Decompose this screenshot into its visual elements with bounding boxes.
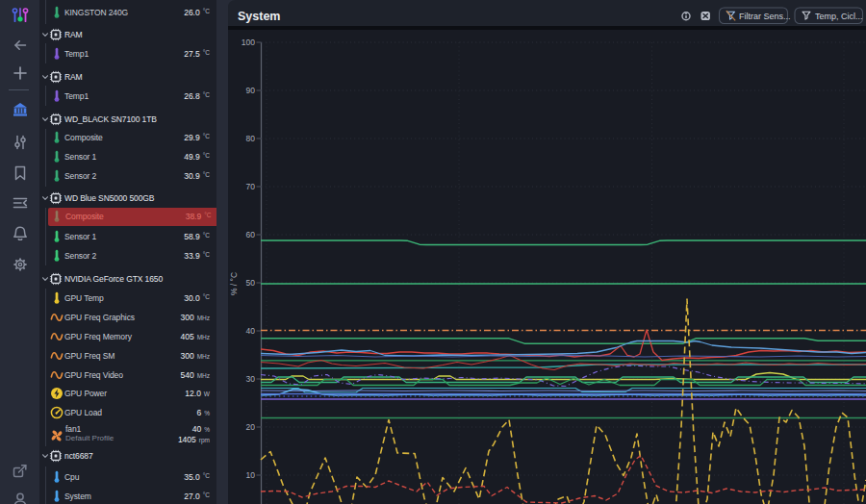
svg-text:Temp, Cicl...: Temp, Cicl... [815, 12, 863, 21]
svg-text:80: 80 [246, 134, 256, 143]
svg-text:% / °C: % / °C [229, 272, 239, 295]
svg-text:30: 30 [246, 374, 256, 384]
svg-text:60: 60 [246, 230, 256, 239]
svg-text:90: 90 [246, 86, 256, 95]
svg-text:100: 100 [242, 38, 255, 47]
svg-text:50: 50 [246, 278, 256, 288]
svg-text:System: System [238, 10, 280, 23]
svg-text:20: 20 [246, 422, 256, 432]
svg-text:70: 70 [246, 182, 256, 191]
svg-text:10: 10 [246, 470, 256, 480]
svg-text:Filtrar Sens...: Filtrar Sens... [739, 12, 791, 21]
svg-text:40: 40 [246, 326, 256, 336]
